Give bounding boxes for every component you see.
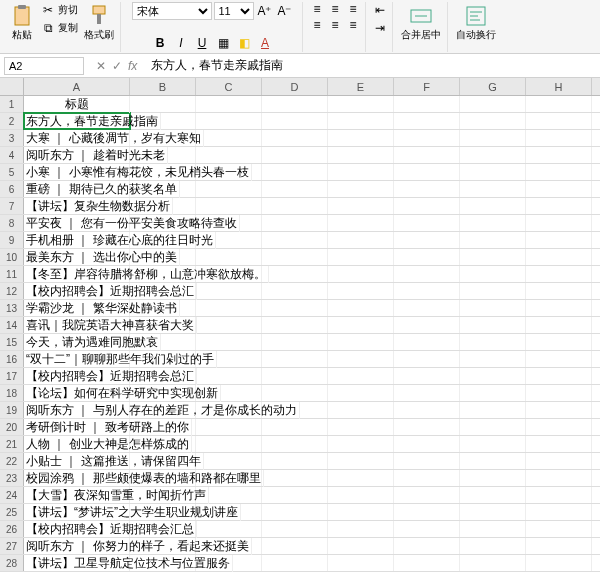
cell[interactable] [262, 555, 328, 571]
font-name-select[interactable]: 宋体 [132, 2, 212, 20]
increase-font-button[interactable]: A⁺ [256, 2, 274, 20]
cell[interactable] [262, 198, 328, 214]
row-header[interactable]: 26 [0, 521, 24, 537]
cell[interactable] [526, 470, 592, 486]
cell[interactable] [460, 470, 526, 486]
column-header-D[interactable]: D [262, 78, 328, 95]
cell[interactable] [526, 385, 592, 401]
column-header-G[interactable]: G [460, 78, 526, 95]
cell[interactable] [262, 487, 328, 503]
cell[interactable] [328, 419, 394, 435]
cell[interactable] [460, 266, 526, 282]
cell[interactable] [460, 419, 526, 435]
row-header[interactable]: 4 [0, 147, 24, 163]
cell[interactable] [526, 453, 592, 469]
cell[interactable] [394, 521, 460, 537]
cell[interactable] [196, 334, 262, 350]
cell[interactable] [394, 487, 460, 503]
cell[interactable] [394, 538, 460, 554]
cell[interactable] [196, 283, 262, 299]
cell[interactable] [394, 164, 460, 180]
row-header[interactable]: 14 [0, 317, 24, 333]
cell[interactable] [526, 402, 592, 418]
cell[interactable] [262, 521, 328, 537]
row-header[interactable]: 2 [0, 113, 24, 129]
fill-color-button[interactable]: ◧ [235, 34, 253, 52]
cell[interactable] [328, 453, 394, 469]
cell[interactable] [262, 419, 328, 435]
row-header[interactable]: 23 [0, 470, 24, 486]
cell[interactable] [460, 181, 526, 197]
cell[interactable] [262, 453, 328, 469]
cell[interactable] [394, 334, 460, 350]
cell[interactable] [262, 368, 328, 384]
row-header[interactable]: 5 [0, 164, 24, 180]
cell[interactable] [526, 487, 592, 503]
cell[interactable] [196, 198, 262, 214]
cell[interactable] [394, 249, 460, 265]
cell[interactable] [328, 555, 394, 571]
cell[interactable] [460, 368, 526, 384]
font-size-select[interactable]: 11 [214, 2, 254, 20]
cell[interactable] [460, 198, 526, 214]
column-header-E[interactable]: E [328, 78, 394, 95]
cell[interactable] [526, 130, 592, 146]
cell[interactable] [526, 96, 592, 112]
underline-button[interactable]: U [193, 34, 211, 52]
cell[interactable] [262, 249, 328, 265]
cell[interactable] [328, 385, 394, 401]
cell[interactable] [394, 453, 460, 469]
merge-center-button[interactable]: 合并居中 [399, 2, 443, 44]
cell[interactable] [526, 334, 592, 350]
cell[interactable] [526, 368, 592, 384]
cell[interactable] [328, 300, 394, 316]
cell[interactable] [394, 351, 460, 367]
cell[interactable] [262, 232, 328, 248]
cell[interactable] [328, 130, 394, 146]
cell[interactable] [460, 538, 526, 554]
row-header[interactable]: 24 [0, 487, 24, 503]
cell[interactable] [328, 538, 394, 554]
cell[interactable] [328, 351, 394, 367]
cell[interactable] [460, 164, 526, 180]
italic-button[interactable]: I [172, 34, 190, 52]
cell[interactable] [526, 232, 592, 248]
cell[interactable] [394, 181, 460, 197]
cell[interactable] [526, 266, 592, 282]
cell[interactable] [394, 283, 460, 299]
cell[interactable] [460, 555, 526, 571]
column-header-F[interactable]: F [394, 78, 460, 95]
cell[interactable] [526, 555, 592, 571]
align-right-button[interactable]: ≡ [345, 18, 361, 32]
cell[interactable] [262, 130, 328, 146]
cell[interactable] [262, 334, 328, 350]
cell[interactable] [526, 147, 592, 163]
cell[interactable] [196, 113, 262, 129]
cell[interactable] [328, 283, 394, 299]
increase-indent-button[interactable]: ⇥ [372, 20, 388, 36]
cell[interactable] [394, 368, 460, 384]
cell[interactable] [394, 504, 460, 520]
cell[interactable] [526, 317, 592, 333]
cell[interactable] [460, 436, 526, 452]
row-header[interactable]: 1 [0, 96, 24, 112]
cell[interactable] [394, 113, 460, 129]
cell[interactable] [328, 266, 394, 282]
cell[interactable] [394, 419, 460, 435]
cell[interactable] [394, 470, 460, 486]
cell[interactable] [328, 317, 394, 333]
cell[interactable] [196, 249, 262, 265]
row-header[interactable]: 27 [0, 538, 24, 554]
cell[interactable] [196, 453, 262, 469]
cell[interactable] [526, 538, 592, 554]
cell[interactable] [196, 419, 262, 435]
cell[interactable] [196, 147, 262, 163]
row-header[interactable]: 13 [0, 300, 24, 316]
cell[interactable] [328, 470, 394, 486]
cell[interactable] [328, 334, 394, 350]
cancel-formula-icon[interactable]: ✕ [96, 59, 106, 73]
align-center-button[interactable]: ≡ [327, 18, 343, 32]
cell[interactable] [526, 198, 592, 214]
cell[interactable] [526, 504, 592, 520]
cell[interactable] [262, 504, 328, 520]
